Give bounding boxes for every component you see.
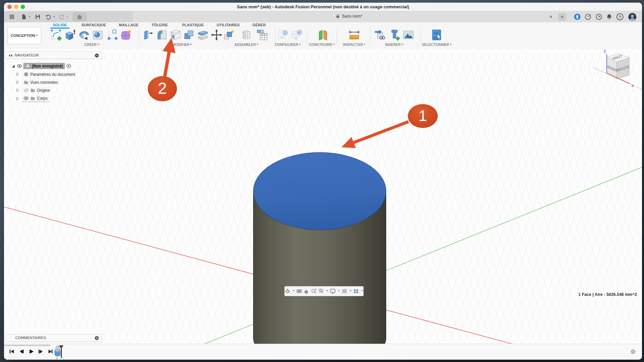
group-label-configurer[interactable]: CONFIGURER — [275, 43, 301, 47]
undo-menu-caret[interactable] — [53, 16, 55, 18]
shell-icon[interactable] — [169, 29, 182, 41]
step-back-icon[interactable] — [18, 348, 25, 355]
timeline-scrollbar[interactable] — [4, 345, 51, 346]
fillet-icon[interactable] — [156, 29, 168, 41]
group-label-modifier[interactable]: MODIFIER — [172, 43, 192, 47]
navigator-panel-header[interactable]: NAVIGATEUR — [5, 52, 102, 59]
document-tab[interactable]: Sans nom* — [132, 14, 565, 19]
undo-icon[interactable] — [45, 14, 52, 20]
redo-icon[interactable] — [59, 14, 65, 20]
fit-caret[interactable] — [326, 290, 328, 292]
group-label-creer[interactable]: CRÉER — [84, 43, 99, 47]
user-avatar[interactable] — [628, 13, 637, 21]
zoom-icon[interactable] — [311, 288, 317, 295]
named-views-item[interactable]: Vues nommées — [22, 79, 60, 85]
save-icon[interactable] — [35, 14, 41, 20]
display-caret[interactable] — [338, 290, 340, 292]
viewports-icon[interactable] — [353, 288, 359, 295]
new-component-icon[interactable] — [223, 29, 235, 41]
viewports-caret[interactable] — [361, 290, 363, 292]
tree-row-bodies[interactable]: Corps — [15, 95, 50, 102]
create-form-icon[interactable] — [120, 29, 132, 41]
go-to-start-icon[interactable] — [9, 348, 15, 355]
insert-derive-icon[interactable] — [374, 29, 386, 41]
group-label-inspecter[interactable]: INSPECTER — [343, 43, 366, 47]
play-icon[interactable] — [28, 348, 34, 355]
collapsed-triangle-icon[interactable] — [15, 96, 20, 101]
fit-view-icon[interactable] — [318, 288, 324, 295]
split-body-icon[interactable] — [197, 29, 209, 41]
expand-triangle-icon[interactable] — [11, 63, 16, 68]
configure-document-icon[interactable] — [276, 29, 289, 41]
display-settings-icon[interactable] — [330, 288, 336, 295]
close-tab-button[interactable]: × — [547, 13, 555, 21]
workspace-selector[interactable]: CONCEPTION — [7, 27, 41, 44]
grid-caret[interactable] — [350, 290, 352, 292]
group-label-inserer[interactable]: INSÉRER — [385, 43, 403, 47]
visibility-eye-icon[interactable] — [24, 96, 29, 101]
rectangular-pattern-icon[interactable] — [106, 29, 118, 41]
combine-icon[interactable] — [183, 29, 196, 41]
file-icon[interactable] — [21, 14, 27, 20]
create-sketch-icon[interactable] — [50, 29, 63, 41]
tab-tolerie[interactable]: TÔLERIE — [151, 23, 168, 27]
collapse-panel-icon[interactable] — [8, 53, 13, 58]
notifications-bell-icon[interactable] — [606, 13, 613, 20]
look-at-icon[interactable] — [296, 288, 302, 295]
view-cube[interactable]: HAUT AVANT DROITE Z X — [593, 47, 642, 93]
collapsed-triangle-icon[interactable] — [15, 72, 20, 77]
group-label-selectionner[interactable]: SÉLECTIONNER — [422, 43, 452, 47]
comments-panel-header[interactable]: COMMENTAIRES — [5, 334, 102, 342]
go-to-end-icon[interactable] — [47, 348, 54, 355]
home-view-button[interactable] — [73, 12, 86, 21]
pan-hand-icon[interactable] — [304, 288, 309, 295]
insert-fastener-icon[interactable] — [388, 29, 401, 41]
timeline-settings-gear-icon[interactable] — [630, 349, 636, 355]
document-settings-item[interactable]: Paramètres du document — [22, 71, 77, 77]
tab-maillage[interactable]: MAILLAGE — [119, 23, 138, 27]
timeline-marker[interactable] — [61, 347, 62, 358]
job-status-icon[interactable] — [584, 13, 591, 20]
pattern-table-icon[interactable] — [256, 29, 268, 41]
minimize-panel-icon[interactable] — [94, 53, 99, 58]
revolve-icon[interactable] — [78, 29, 90, 41]
group-label-construire[interactable]: CONSTRUIRE — [309, 43, 335, 47]
tree-row-document-settings[interactable]: Paramètres du document — [15, 71, 77, 78]
tree-row-named-views[interactable]: Vues nommées — [15, 79, 60, 86]
move-icon[interactable] — [210, 29, 223, 41]
document-root-item[interactable]: (Non enregistré) — [23, 63, 65, 69]
new-tab-button[interactable]: + — [558, 13, 566, 21]
orbit-caret[interactable] — [293, 290, 295, 292]
insert-image-icon[interactable] — [402, 29, 415, 41]
tab-surfacique[interactable]: SURFACIQUE — [81, 23, 106, 27]
help-icon[interactable]: ? — [616, 13, 623, 20]
tab-plastique[interactable]: PLASTIQUE — [182, 23, 204, 27]
collapsed-triangle-icon[interactable] — [15, 88, 20, 93]
collapsed-triangle-icon[interactable] — [15, 80, 20, 85]
hole-icon[interactable] — [92, 29, 104, 41]
eye-off-icon[interactable] — [24, 88, 29, 93]
tab-utilitaires[interactable]: UTILITAIRES — [217, 23, 240, 27]
activate-radio-icon[interactable] — [66, 63, 71, 68]
tree-row-origin[interactable]: Origine — [15, 87, 52, 94]
step-forward-icon[interactable] — [38, 348, 44, 355]
press-pull-icon[interactable] — [142, 29, 155, 41]
origin-item[interactable]: Origine — [22, 87, 52, 93]
history-clock-icon[interactable] — [595, 13, 602, 20]
construction-plane-icon[interactable] — [317, 29, 329, 41]
extrude-icon[interactable] — [64, 29, 77, 41]
add-comment-icon[interactable] — [94, 336, 99, 340]
visibility-eye-icon[interactable] — [17, 63, 22, 68]
group-label-assembler[interactable]: ASSEMBLER — [235, 43, 258, 47]
configure-table-icon[interactable] — [290, 29, 303, 41]
tree-row-root[interactable]: (Non enregistré) — [11, 62, 71, 69]
orbit-icon[interactable] — [285, 288, 290, 295]
tab-gerer[interactable]: GÉRER — [252, 23, 266, 27]
bodies-item[interactable]: Corps — [22, 95, 50, 102]
viewport-canvas[interactable] — [4, 49, 642, 344]
select-tool-icon[interactable] — [430, 29, 443, 41]
joint-icon[interactable] — [240, 29, 253, 41]
upgrade-icon[interactable] — [574, 13, 581, 20]
file-menu-caret[interactable] — [29, 16, 31, 18]
tab-solide[interactable]: SOLIDE — [53, 23, 67, 27]
